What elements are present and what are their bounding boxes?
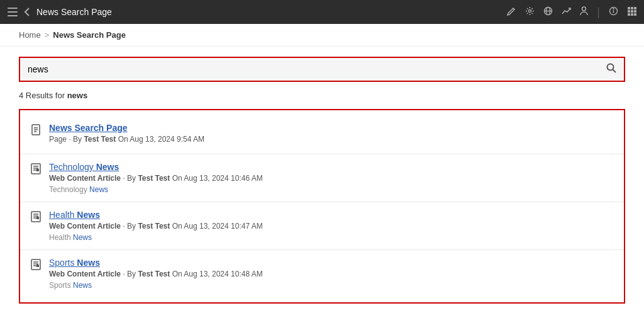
svg-rect-30 [36, 169, 39, 171]
main-content: 4 Results for news News Search Page Page [0, 47, 644, 314]
tag-prefix: Sports [49, 281, 73, 290]
topbar-separator: | [597, 6, 600, 18]
result-date-label: On Aug 13, 2024 10:47 AM [172, 222, 263, 231]
svg-rect-13 [634, 7, 636, 9]
result-date-label: On Aug 13, 2024 10:48 AM [172, 270, 263, 278]
globe-icon[interactable] [543, 6, 553, 18]
result-separator: · By [69, 135, 84, 144]
svg-line-21 [613, 70, 616, 73]
result-category: Page [49, 135, 67, 144]
tag-keyword-link[interactable]: News [89, 185, 108, 194]
result-link[interactable]: Technology News [49, 162, 119, 172]
result-meta: Web Content Article · By Test Test On Au… [49, 222, 263, 231]
article-type-icon [30, 211, 42, 222]
topbar-left: News Search Page [8, 7, 112, 17]
svg-rect-17 [628, 13, 630, 16]
svg-rect-16 [634, 10, 636, 13]
results-count-number: 4 [19, 91, 23, 100]
chart-icon[interactable] [562, 6, 571, 18]
result-date-label: On Aug 13, 2024 9:54 AM [118, 135, 204, 144]
tag-prefix: Health [49, 233, 73, 242]
svg-rect-36 [31, 259, 40, 270]
svg-point-20 [608, 64, 614, 71]
gear-icon[interactable] [525, 6, 535, 18]
result-title: Health News [49, 210, 263, 220]
svg-rect-40 [36, 265, 39, 267]
search-input[interactable] [20, 59, 599, 79]
result-meta: Page · By Test Test On Aug 13, 2024 9:54… [49, 135, 204, 144]
topbar-title: News Search Page [36, 7, 112, 17]
result-author: Test Test [138, 222, 170, 231]
result-author: Test Test [84, 135, 116, 144]
svg-point-7 [582, 7, 586, 11]
result-title: Technology News [49, 162, 263, 172]
grid-icon[interactable] [627, 6, 636, 18]
topbar: News Search Page [0, 0, 644, 24]
svg-rect-18 [631, 13, 633, 16]
result-content: Health News Web Content Article · By Tes… [49, 210, 263, 242]
svg-rect-15 [631, 10, 633, 13]
results-label: Results for [26, 91, 65, 100]
result-link[interactable]: Sports News [49, 258, 100, 268]
svg-point-3 [529, 10, 531, 13]
result-meta: Web Content Article · By Test Test On Au… [49, 270, 263, 278]
pencil-icon[interactable] [507, 6, 516, 18]
breadcrumb-home[interactable]: Home [19, 30, 41, 40]
result-tags: Health News [49, 233, 263, 242]
back-button[interactable] [24, 7, 30, 17]
tag-prefix: Technology [49, 185, 89, 194]
svg-rect-2 [8, 15, 18, 16]
result-title: Sports News [49, 258, 263, 268]
svg-rect-11 [628, 7, 630, 9]
results-count: 4 Results for news [19, 91, 625, 100]
result-content: Technology News Web Content Article · By… [49, 162, 263, 194]
info-icon[interactable] [609, 6, 618, 18]
search-bar [19, 57, 625, 82]
result-separator: · By [123, 270, 138, 278]
result-author: Test Test [138, 270, 170, 278]
svg-rect-12 [631, 7, 633, 9]
svg-rect-31 [31, 212, 40, 222]
result-item: Sports News Web Content Article · By Tes… [20, 250, 624, 297]
result-separator: · By [123, 174, 138, 183]
svg-rect-26 [31, 164, 40, 174]
sidebar-toggle-button[interactable] [8, 8, 18, 16]
svg-rect-14 [628, 10, 630, 13]
results-container: News Search Page Page · By Test Test On … [19, 109, 625, 304]
results-keyword: news [67, 91, 88, 100]
result-date-label: On Aug 13, 2024 10:46 AM [172, 174, 263, 183]
result-separator: · By [123, 222, 138, 231]
svg-rect-1 [8, 11, 18, 13]
result-item: News Search Page Page · By Test Test On … [20, 115, 624, 154]
tag-keyword-link[interactable]: News [73, 233, 92, 242]
topbar-right: | [507, 6, 636, 18]
result-author: Test Test [138, 174, 170, 183]
tag-keyword-link[interactable]: News [73, 281, 92, 290]
result-item: Health News Web Content Article · By Tes… [20, 202, 624, 250]
result-tags: Sports News [49, 281, 263, 290]
breadcrumb-current: News Search Page [53, 30, 126, 40]
result-meta: Web Content Article · By Test Test On Au… [49, 174, 263, 183]
breadcrumb: Home > News Search Page [0, 24, 644, 47]
result-category: Web Content Article [49, 174, 121, 183]
article-type-icon [30, 163, 42, 174]
page-type-icon [30, 124, 42, 135]
result-category: Web Content Article [49, 270, 121, 278]
result-title: News Search Page [49, 123, 204, 133]
svg-rect-19 [634, 13, 636, 16]
svg-rect-35 [36, 217, 39, 219]
breadcrumb-separator: > [45, 30, 50, 40]
result-link[interactable]: Health News [49, 210, 100, 220]
svg-rect-0 [8, 8, 18, 9]
search-button[interactable] [599, 58, 624, 81]
result-content: Sports News Web Content Article · By Tes… [49, 258, 263, 290]
result-link[interactable]: News Search Page [49, 123, 128, 133]
result-category: Web Content Article [49, 222, 121, 231]
person-icon[interactable] [580, 6, 588, 18]
article-type-icon [30, 259, 42, 270]
result-tags: Technology News [49, 185, 263, 194]
result-content: News Search Page Page · By Test Test On … [49, 123, 204, 146]
result-item: Technology News Web Content Article · By… [20, 154, 624, 202]
svg-point-10 [613, 9, 614, 9]
